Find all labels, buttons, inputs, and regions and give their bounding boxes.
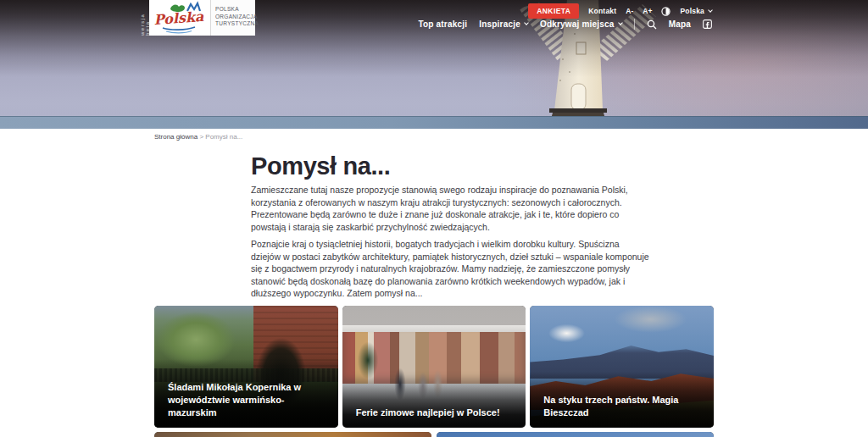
page-title: Pomysł na... xyxy=(251,153,649,180)
nav-inspiracje[interactable]: Inspiracje xyxy=(479,19,528,29)
card-title: Ferie zimowe najlepiej w Polsce! xyxy=(342,384,526,428)
nav-odkrywaj-miejsca[interactable]: Odkrywaj miejsca xyxy=(540,19,622,29)
nav-label: Inspiracje xyxy=(479,19,520,29)
org-line: ORGANIZACJA xyxy=(215,14,255,21)
card-title: Na styku trzech państw. Magia Bieszczad xyxy=(530,372,714,428)
nav-divider xyxy=(634,19,635,30)
nav-label: Mapa xyxy=(669,19,691,29)
facebook-link[interactable] xyxy=(703,19,712,29)
font-increase-button[interactable]: A+ xyxy=(643,7,652,15)
page: wersja beta Polska POLSKA ORGANIZACJA TU… xyxy=(0,0,868,437)
beta-version-label: wersja beta xyxy=(141,0,149,36)
card-ferie-zimowe[interactable]: Ferie zimowe najlepiej w Polsce! xyxy=(342,306,526,428)
card-partial-2[interactable] xyxy=(437,432,714,437)
nav-label: Odkrywaj miejsca xyxy=(540,19,615,29)
org-line: POLSKA xyxy=(215,6,255,14)
contrast-toggle[interactable] xyxy=(661,7,670,16)
card-partial-1[interactable] xyxy=(154,432,431,437)
chevron-down-icon xyxy=(708,8,713,13)
main-content: Strona główna > Pomysł na... Pomysł na..… xyxy=(154,129,714,437)
main-nav: Top atrakcji Inspiracje Odkrywaj miejsca… xyxy=(418,19,712,30)
facebook-icon xyxy=(703,19,712,29)
language-selector[interactable]: Polska xyxy=(680,7,712,15)
card-bieszczady[interactable]: Na styku trzech państw. Magia Bieszczad xyxy=(530,306,714,428)
intro-paragraph-2: Poznajcie kraj o tysiącletniej historii,… xyxy=(251,238,649,300)
card-photo-dunes xyxy=(154,432,431,437)
org-line: TURYSTYCZNA xyxy=(215,20,255,28)
breadcrumb-separator: > xyxy=(199,133,203,141)
polska-logo-text: Polska xyxy=(153,8,205,28)
nav-label: Top atrakcji xyxy=(418,19,467,29)
font-decrease-button[interactable]: A- xyxy=(626,7,633,15)
header-logo-block[interactable]: wersja beta Polska POLSKA ORGANIZACJA TU… xyxy=(141,0,255,36)
card-photo-blue-sky xyxy=(437,432,714,437)
nav-mapa[interactable]: Mapa xyxy=(669,19,691,29)
card-photo-christmas-tree xyxy=(353,335,383,385)
breadcrumb-current: Pomysł na... xyxy=(205,133,242,141)
utility-bar: ANKIETA Kontakt A- A+ Polska xyxy=(528,3,712,19)
intro-paragraph-1: Zamieszczane tutaj nasze propozycje stan… xyxy=(251,184,649,233)
chevron-down-icon xyxy=(618,20,623,25)
polska-logo[interactable]: Polska xyxy=(149,0,210,36)
breadcrumb: Strona główna > Pomysł na... xyxy=(154,129,714,141)
cards-row-1: Śladami Mikołaja Kopernika w województwi… xyxy=(154,306,714,428)
card-kopernik[interactable]: Śladami Mikołaja Kopernika w województwi… xyxy=(154,306,338,428)
card-photo-cloud xyxy=(600,306,701,340)
contrast-icon xyxy=(661,7,670,16)
chevron-down-icon xyxy=(524,20,529,25)
search-icon xyxy=(647,19,657,30)
search-button[interactable] xyxy=(647,19,657,30)
cards-row-2 xyxy=(154,432,714,437)
card-photo-cloud xyxy=(541,320,593,347)
contact-link[interactable]: Kontakt xyxy=(588,7,616,15)
survey-button[interactable]: ANKIETA xyxy=(528,3,579,19)
hero-image: wersja beta Polska POLSKA ORGANIZACJA TU… xyxy=(0,0,868,129)
breadcrumb-home-link[interactable]: Strona główna xyxy=(154,133,198,141)
org-name-box: POLSKA ORGANIZACJA TURYSTYCZNA xyxy=(210,0,255,36)
article: Pomysł na... Zamieszczane tutaj nasze pr… xyxy=(251,153,649,300)
card-title: Śladami Mikołaja Kopernika w województwi… xyxy=(154,359,338,428)
language-label: Polska xyxy=(680,7,704,15)
nav-top-atrakcji[interactable]: Top atrakcji xyxy=(418,19,467,29)
